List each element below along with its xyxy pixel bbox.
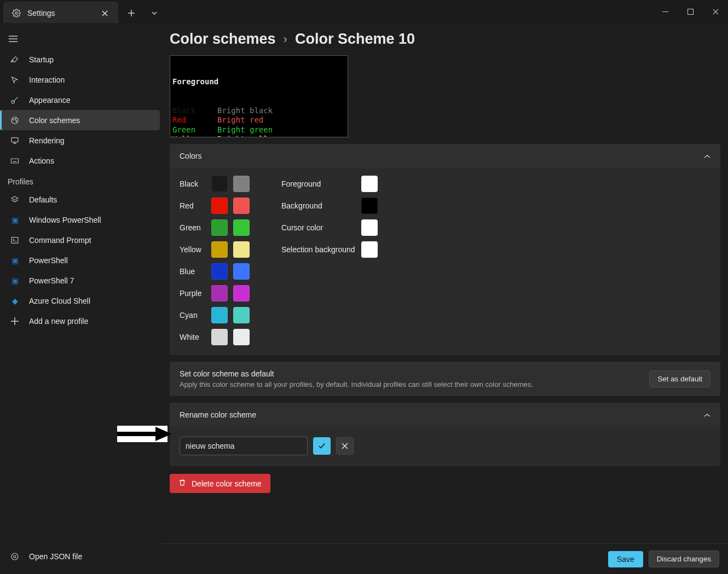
sidebar-item-startup[interactable]: Startup bbox=[0, 49, 160, 69]
color-label: Yellow bbox=[180, 245, 206, 254]
color-swatch[interactable] bbox=[211, 198, 228, 214]
color-swatch[interactable] bbox=[211, 263, 228, 280]
color-swatch[interactable] bbox=[361, 176, 378, 192]
preview-bright-name: Bright red bbox=[217, 115, 263, 125]
svg-rect-14 bbox=[117, 432, 155, 436]
cmd-icon bbox=[9, 236, 20, 245]
color-label: Background bbox=[281, 201, 356, 210]
sidebar-item-color-schemes[interactable]: Color schemes bbox=[0, 110, 160, 130]
tab-dropdown-button[interactable] bbox=[145, 5, 164, 21]
color-label: Selection background bbox=[281, 245, 356, 254]
rename-cancel-button[interactable] bbox=[336, 437, 354, 455]
color-swatch[interactable] bbox=[361, 241, 378, 258]
bright-color-swatch[interactable] bbox=[233, 329, 250, 345]
rename-panel-header[interactable]: Rename color scheme bbox=[170, 403, 720, 427]
set-as-default-button[interactable]: Set as default bbox=[649, 370, 710, 387]
rename-accept-button[interactable] bbox=[313, 437, 331, 455]
bright-color-swatch[interactable] bbox=[233, 307, 250, 323]
ansi-color-row: Purple bbox=[180, 285, 250, 302]
color-label: White bbox=[180, 333, 206, 341]
sidebar-item-powershell[interactable]: ▣ PowerShell bbox=[0, 250, 160, 270]
set-default-description: Apply this color scheme to all your prof… bbox=[180, 380, 638, 389]
bright-color-swatch[interactable] bbox=[233, 263, 250, 280]
sidebar-item-appearance[interactable]: Appearance bbox=[0, 90, 160, 110]
ansi-color-row: White bbox=[180, 329, 250, 345]
discard-changes-button[interactable]: Discard changes bbox=[649, 550, 719, 567]
sidebar-item-rendering[interactable]: Rendering bbox=[0, 130, 160, 150]
color-label: Green bbox=[180, 223, 206, 232]
color-swatch[interactable] bbox=[211, 329, 228, 345]
sidebar-item-defaults[interactable]: Defaults bbox=[0, 189, 160, 210]
chevron-right-icon: › bbox=[284, 32, 287, 47]
sidebar-item-add-profile[interactable]: Add a new profile bbox=[0, 311, 160, 331]
preview-color-name: Black bbox=[172, 106, 217, 116]
preview-header: Foreground bbox=[172, 77, 345, 87]
sidebar-item-interaction[interactable]: Interaction bbox=[0, 69, 160, 90]
sidebar-item-label: Startup bbox=[29, 55, 54, 64]
tab-settings[interactable]: Settings bbox=[3, 2, 118, 25]
new-tab-button[interactable] bbox=[122, 5, 141, 21]
svg-point-3 bbox=[11, 117, 18, 124]
breadcrumb-root[interactable]: Color schemes bbox=[170, 31, 276, 48]
ansi-color-row: Red bbox=[180, 198, 250, 214]
plus-icon bbox=[9, 317, 20, 325]
ansi-color-row: Yellow bbox=[180, 241, 250, 258]
color-swatch[interactable] bbox=[211, 285, 228, 302]
color-swatch[interactable] bbox=[211, 307, 228, 323]
sidebar-item-actions[interactable]: Actions bbox=[0, 150, 160, 171]
sidebar-item-label: Azure Cloud Shell bbox=[29, 297, 90, 305]
terminal-color-row: Foreground bbox=[281, 176, 378, 192]
sidebar-item-azure-cloud-shell[interactable]: ◆ Azure Cloud Shell bbox=[0, 291, 160, 311]
color-swatch[interactable] bbox=[211, 176, 228, 192]
hamburger-button[interactable] bbox=[0, 30, 162, 49]
color-label: Foreground bbox=[281, 179, 356, 188]
sidebar-item-command-prompt[interactable]: Command Prompt bbox=[0, 230, 160, 250]
sidebar-item-label: Add a new profile bbox=[29, 317, 88, 326]
bright-color-swatch[interactable] bbox=[233, 198, 250, 214]
rename-input[interactable] bbox=[180, 437, 308, 455]
sidebar-item-open-json[interactable]: Open JSON file bbox=[0, 546, 160, 566]
powershell-icon: ▣ bbox=[9, 216, 20, 224]
preview-color-name: Red bbox=[172, 115, 217, 125]
preview-bright-name: Bright green bbox=[217, 125, 273, 135]
arrow-annotation bbox=[117, 426, 167, 442]
preview-bright-name: Bright yellow bbox=[217, 135, 278, 137]
terminal-color-row: Selection background bbox=[281, 241, 378, 258]
sidebar-item-label: Color schemes bbox=[29, 116, 80, 125]
close-window-button[interactable] bbox=[703, 3, 728, 20]
svg-point-0 bbox=[15, 12, 18, 14]
panel-title: Rename color scheme bbox=[180, 410, 256, 419]
save-button[interactable]: Save bbox=[608, 551, 643, 567]
tab-close-button[interactable] bbox=[97, 6, 112, 20]
keyboard-icon bbox=[9, 156, 20, 165]
bright-color-swatch[interactable] bbox=[233, 219, 250, 236]
color-swatch[interactable] bbox=[211, 219, 228, 236]
color-swatch[interactable] bbox=[361, 219, 378, 236]
svg-point-10 bbox=[14, 555, 16, 558]
colors-panel-header[interactable]: Colors bbox=[170, 144, 720, 168]
terminal-color-row: Background bbox=[281, 198, 378, 214]
color-swatch[interactable] bbox=[211, 241, 228, 258]
breadcrumb-current: Color Scheme 10 bbox=[295, 31, 415, 48]
terminal-preview: Foreground BlackBright blackRedBright re… bbox=[170, 55, 348, 137]
minimize-button[interactable] bbox=[652, 3, 678, 20]
terminal-color-row: Cursor color bbox=[281, 219, 378, 236]
color-swatch[interactable] bbox=[361, 198, 378, 214]
sidebar-item-powershell-7[interactable]: ▣ PowerShell 7 bbox=[0, 270, 160, 291]
svg-point-4 bbox=[13, 119, 14, 120]
bright-color-swatch[interactable] bbox=[233, 176, 250, 192]
svg-rect-9 bbox=[11, 237, 18, 243]
sidebar-item-label: Defaults bbox=[29, 195, 57, 204]
color-label: Purple bbox=[180, 289, 206, 298]
sidebar-item-label: Open JSON file bbox=[29, 552, 82, 561]
delete-color-scheme-button[interactable]: Delete color scheme bbox=[170, 474, 270, 493]
bright-color-swatch[interactable] bbox=[233, 241, 250, 258]
titlebar: Settings bbox=[0, 0, 728, 23]
panel-title: Colors bbox=[180, 152, 201, 160]
maximize-button[interactable] bbox=[678, 3, 703, 20]
preview-row: YellowBright yellow bbox=[172, 135, 345, 137]
bright-color-swatch[interactable] bbox=[233, 285, 250, 302]
set-default-panel: Set color scheme as default Apply this c… bbox=[170, 362, 720, 396]
profiles-heading: Profiles bbox=[0, 171, 162, 189]
sidebar-item-windows-powershell[interactable]: ▣ Windows PowerShell bbox=[0, 210, 160, 230]
